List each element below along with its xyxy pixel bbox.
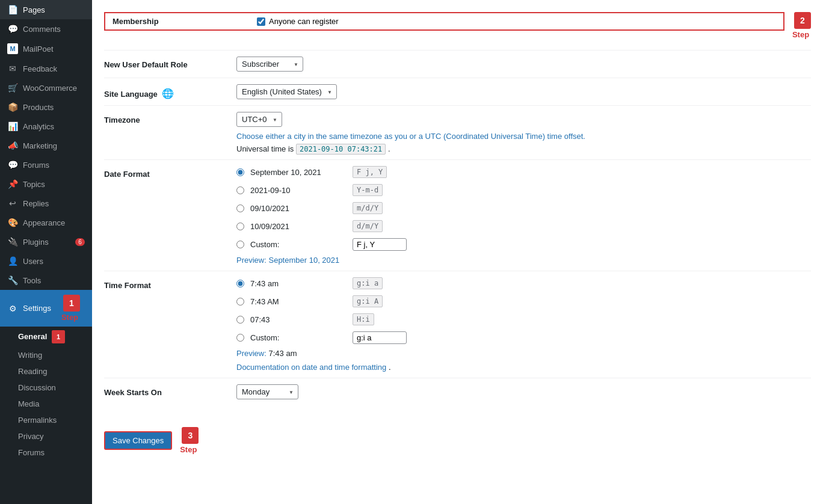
- time-format-radio-1[interactable]: [236, 298, 244, 306]
- sidebar: 📄 Pages 💬 Comments M MailPoet ✉ Feedback…: [0, 0, 92, 504]
- settings-general-page: Membership Anyone can register 2 Step Ne…: [92, 0, 829, 504]
- sidebar-item-settings[interactable]: ⚙ Settings 1 Step: [0, 290, 92, 327]
- submenu-label: Discussion: [18, 383, 56, 392]
- time-format-custom-input[interactable]: [353, 331, 407, 344]
- sidebar-item-topics[interactable]: 📌 Topics: [0, 174, 92, 194]
- timezone-hint: Choose either a city in the same timezon…: [236, 132, 811, 141]
- sidebar-item-tools[interactable]: 🔧 Tools: [0, 271, 92, 290]
- date-format-code-1: Y-m-d: [353, 184, 383, 196]
- anyone-register-checkbox[interactable]: [257, 17, 265, 26]
- submenu-permalinks[interactable]: Permalinks: [0, 412, 92, 428]
- membership-section: Membership Anyone can register 2 Step: [104, 12, 811, 40]
- submenu-forums[interactable]: Forums: [0, 444, 92, 461]
- sidebar-item-replies[interactable]: ↩ Replies: [0, 194, 92, 213]
- date-format-radio-0[interactable]: [236, 168, 244, 176]
- step1-text: Step: [61, 313, 78, 322]
- marketing-icon: 📣: [7, 141, 18, 150]
- universal-time: Universal time is 2021-09-10 07:43:21 .: [236, 144, 811, 153]
- time-format-code-0: g:i a: [353, 277, 383, 289]
- date-format-label-2: 09/10/2021: [250, 204, 347, 213]
- sidebar-item-label: Appearance: [23, 218, 65, 227]
- plugins-icon: 🔌: [7, 237, 18, 247]
- sidebar-item-pages[interactable]: 📄 Pages: [0, 0, 92, 19]
- time-format-label-1: 7:43 AM: [250, 297, 347, 306]
- submenu-label: Media: [18, 399, 39, 408]
- submenu-discussion[interactable]: Discussion: [0, 380, 92, 396]
- date-format-radio-3[interactable]: [236, 223, 244, 230]
- submenu-label: Writing: [18, 351, 42, 360]
- step2-text: Step: [792, 30, 809, 39]
- new-user-role-select[interactable]: Subscriber Contributor Author Editor Adm…: [236, 57, 303, 72]
- main-content: Membership Anyone can register 2 Step Ne…: [92, 0, 829, 504]
- time-format-radio-custom[interactable]: [236, 334, 244, 342]
- sidebar-item-users[interactable]: 👤 Users: [0, 251, 92, 271]
- sidebar-item-woocommerce[interactable]: 🛒 WooCommerce: [0, 78, 92, 97]
- time-format-option-0: 7:43 am g:i a: [236, 277, 811, 289]
- tools-icon: 🔧: [7, 275, 18, 285]
- step2-area: 2 Step: [790, 12, 811, 39]
- date-format-custom-input[interactable]: [353, 238, 407, 251]
- sidebar-item-appearance[interactable]: 🎨 Appearance: [0, 213, 92, 232]
- week-starts-select[interactable]: Sunday Monday Tuesday Wednesday Thursday…: [236, 384, 298, 399]
- date-format-radio-1[interactable]: [236, 186, 244, 194]
- sidebar-item-analytics[interactable]: 📊 Analytics: [0, 117, 92, 136]
- submenu-writing[interactable]: Writing: [0, 347, 92, 363]
- sidebar-item-products[interactable]: 📦 Products: [0, 97, 92, 117]
- save-changes-button[interactable]: Save Changes: [104, 431, 172, 450]
- save-row: Save Changes 3 Step: [104, 417, 811, 464]
- sidebar-item-forums[interactable]: 💬 Forums: [0, 155, 92, 174]
- date-format-label-0: September 10, 2021: [250, 168, 347, 177]
- site-language-row: Site Language 🌐 English (United States): [104, 78, 811, 105]
- settings-icon: ⚙: [7, 304, 18, 313]
- week-starts-select-wrap: Sunday Monday Tuesday Wednesday Thursday…: [236, 384, 298, 399]
- time-format-custom-label: Custom:: [250, 333, 347, 342]
- comments-icon: 💬: [7, 24, 18, 34]
- timezone-row: Timezone UTC+0 UTC-5 UTC+1 Choose either…: [104, 105, 811, 159]
- timezone-select-wrap: UTC+0 UTC-5 UTC+1: [236, 112, 282, 127]
- sidebar-item-feedback[interactable]: ✉ Feedback: [0, 59, 92, 78]
- submenu-reading[interactable]: Reading: [0, 363, 92, 380]
- date-format-radio-2[interactable]: [236, 204, 244, 212]
- forums-icon: 💬: [7, 160, 18, 170]
- new-user-role-select-wrap: Subscriber Contributor Author Editor Adm…: [236, 57, 303, 72]
- time-format-code-2: H:i: [353, 313, 374, 325]
- universal-time-period: .: [388, 144, 390, 153]
- date-format-custom-row: Custom:: [236, 238, 811, 251]
- time-format-content: 7:43 am g:i a 7:43 AM g:i A 07:43 H:i: [236, 277, 811, 372]
- step1-badge: 1: [63, 295, 80, 312]
- universal-time-label: Universal time is: [236, 144, 294, 153]
- submenu-privacy[interactable]: Privacy: [0, 428, 92, 444]
- plugins-badge: 6: [75, 238, 85, 246]
- time-format-radio-0[interactable]: [236, 280, 244, 287]
- date-format-code-0: F j, Y: [353, 166, 387, 178]
- step2-badge: 2: [794, 12, 811, 29]
- date-format-option-2: 09/10/2021 m/d/Y: [236, 202, 811, 214]
- step3-area: 3 Step: [178, 427, 199, 454]
- time-format-radio-2[interactable]: [236, 316, 244, 324]
- date-preview-value: September 10, 2021: [268, 256, 339, 265]
- anyone-register-label[interactable]: Anyone can register: [269, 17, 339, 26]
- woocommerce-icon: 🛒: [7, 83, 18, 93]
- sidebar-item-plugins[interactable]: 🔌 Plugins 6: [0, 232, 92, 251]
- sidebar-item-marketing[interactable]: 📣 Marketing: [0, 136, 92, 155]
- timezone-select[interactable]: UTC+0 UTC-5 UTC+1: [236, 112, 282, 127]
- date-format-content: September 10, 2021 F j, Y 2021-09-10 Y-m…: [236, 166, 811, 265]
- sidebar-item-mailpoet[interactable]: M MailPoet: [0, 38, 92, 59]
- submenu-media[interactable]: Media: [0, 396, 92, 412]
- sidebar-item-comments[interactable]: 💬 Comments: [0, 19, 92, 38]
- site-language-select[interactable]: English (United States): [236, 84, 337, 99]
- date-format-label-1: 2021-09-10: [250, 186, 347, 195]
- users-icon: 👤: [7, 256, 18, 266]
- translate-icon: 🌐: [162, 88, 174, 99]
- week-starts-row: Week Starts On Sunday Monday Tuesday Wed…: [104, 378, 811, 405]
- time-preview-value: 7:43 am: [268, 349, 297, 358]
- date-format-radio-custom[interactable]: [236, 241, 244, 248]
- mailpoet-icon: M: [7, 43, 18, 54]
- sidebar-item-label: Analytics: [23, 122, 54, 131]
- date-format-option-1: 2021-09-10 Y-m-d: [236, 184, 811, 196]
- date-format-custom-label: Custom:: [250, 240, 347, 249]
- new-user-role-row: New User Default Role Subscriber Contrib…: [104, 50, 811, 78]
- doc-link[interactable]: Documentation on date and time formattin…: [236, 363, 386, 372]
- timezone-content: UTC+0 UTC-5 UTC+1 Choose either a city i…: [236, 112, 811, 153]
- submenu-general[interactable]: General 1: [0, 327, 92, 347]
